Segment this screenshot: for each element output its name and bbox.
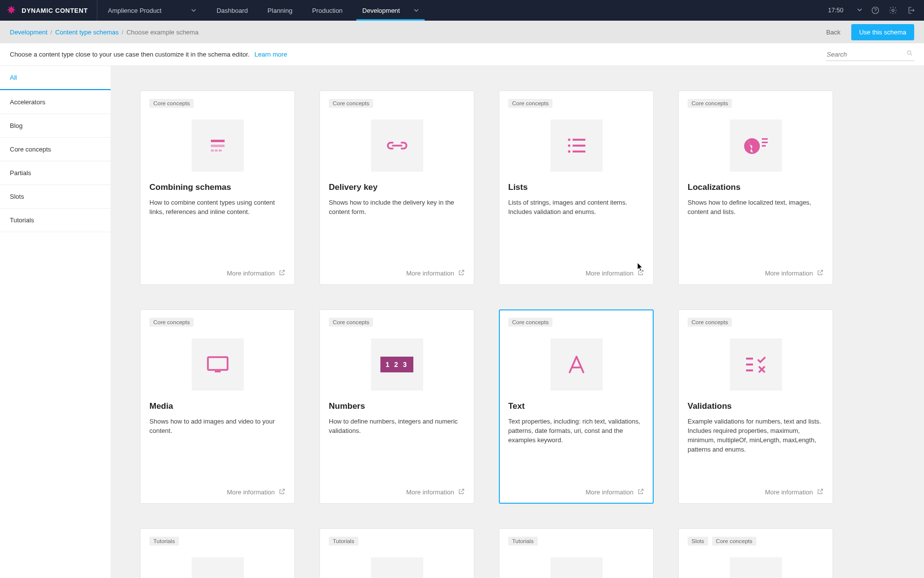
more-info-label: More information	[227, 488, 275, 496]
tag: Core concepts	[329, 99, 373, 108]
hub-name: Amplience Product	[108, 7, 162, 14]
svg-point-17	[568, 139, 570, 141]
screen-icon	[192, 338, 244, 391]
card-description: Shows how to define localized text, imag…	[688, 198, 824, 217]
validate-icon	[730, 338, 782, 391]
hub-select[interactable]: Amplience Product	[97, 7, 207, 14]
tag-row: Core concepts	[149, 318, 286, 327]
schema-card[interactable]: Tutorials	[319, 528, 474, 578]
card-description: How to define numbers, integers and nume…	[329, 417, 465, 436]
svg-rect-27	[208, 357, 228, 370]
tag: Core concepts	[712, 537, 756, 546]
tag: Tutorials	[508, 537, 538, 546]
sidebar-item-slots[interactable]: Slots	[0, 184, 111, 208]
svg-point-11	[907, 51, 911, 54]
more-info-link[interactable]: More information	[688, 488, 824, 496]
svg-rect-30	[746, 364, 753, 365]
content-scroll[interactable]: Core conceptsCombining schemasHow to com…	[111, 66, 924, 578]
more-info-link[interactable]: More information	[149, 488, 286, 496]
text-icon	[550, 338, 603, 391]
search-container	[826, 48, 914, 61]
svg-rect-13	[211, 145, 225, 147]
main: AllAcceleratorsBlogCore conceptsPartials…	[0, 66, 924, 578]
more-info-label: More information	[585, 270, 634, 277]
tag-row: Core concepts	[688, 318, 824, 327]
nav-tabs: DashboardPlanningProductionDevelopment	[207, 0, 429, 21]
logout-icon[interactable]	[906, 6, 915, 15]
more-info-label: More information	[765, 270, 813, 277]
more-info-label: More information	[227, 270, 275, 277]
schema-card[interactable]: Tutorials	[140, 528, 295, 578]
external-link-icon	[458, 488, 465, 496]
nav-tab-development[interactable]: Development	[352, 0, 429, 21]
card-description: Example validations for numbers, text an…	[688, 417, 824, 454]
schema-card[interactable]: SlotsCore concepts	[678, 528, 833, 578]
svg-point-21	[568, 151, 570, 153]
tag: Core concepts	[508, 99, 552, 108]
more-info-link[interactable]: More information	[508, 269, 644, 277]
help-icon[interactable]	[871, 6, 880, 15]
crumb-sep: /	[122, 29, 124, 36]
svg-rect-15	[215, 150, 218, 152]
nav-tab-dashboard[interactable]: Dashboard	[207, 0, 258, 21]
use-schema-button[interactable]: Use this schema	[851, 24, 914, 40]
card-title: Lists	[508, 183, 644, 192]
crumb-schemas[interactable]: Content type schemas	[55, 29, 118, 36]
svg-rect-14	[211, 150, 214, 152]
external-link-icon	[458, 269, 465, 277]
sidebar-item-accelerators[interactable]: Accelerators	[0, 90, 111, 114]
brand-logo-icon	[6, 4, 17, 17]
svg-rect-16	[219, 150, 222, 152]
card-title: Combining schemas	[149, 183, 286, 192]
more-info-link[interactable]: More information	[329, 269, 465, 277]
numbers-icon: 1 2 3	[371, 338, 423, 391]
time-select[interactable]: 17:50	[828, 7, 862, 14]
schema-card[interactable]: Core conceptsCombining schemasHow to com…	[140, 91, 295, 285]
tag-row: Tutorials	[329, 537, 465, 546]
search-input[interactable]	[826, 48, 914, 61]
blank-icon	[550, 557, 603, 578]
learn-more-link[interactable]: Learn more	[255, 51, 287, 58]
tag: Tutorials	[149, 537, 179, 546]
card-description: Shows how to include the delivery key in…	[329, 198, 465, 217]
more-info-link[interactable]: More information	[149, 269, 286, 277]
more-info-link[interactable]: More information	[688, 269, 824, 277]
sidebar-item-all[interactable]: All	[0, 66, 111, 90]
svg-rect-24	[762, 138, 768, 140]
tag: Core concepts	[329, 318, 373, 327]
sidebar-item-blog[interactable]: Blog	[0, 114, 111, 137]
schema-card[interactable]: Core concepts1 2 3NumbersHow to define n…	[319, 309, 474, 504]
card-title: Media	[149, 401, 286, 411]
svg-rect-18	[573, 139, 585, 141]
sidebar-item-core-concepts[interactable]: Core concepts	[0, 137, 111, 161]
schema-card[interactable]: Core conceptsMediaShows how to add image…	[140, 309, 295, 504]
sidebar-item-partials[interactable]: Partials	[0, 161, 111, 184]
schema-card[interactable]: Core conceptsValidationsExample validati…	[678, 309, 833, 504]
info-text: Choose a content type close to your use …	[10, 51, 250, 58]
more-info-label: More information	[765, 488, 813, 496]
schema-card[interactable]: Core conceptsDelivery keyShows how to in…	[319, 91, 474, 285]
svg-rect-25	[762, 142, 768, 143]
schema-card[interactable]: Tutorials	[499, 528, 654, 578]
crumb-development[interactable]: Development	[10, 29, 48, 36]
schema-card[interactable]: Core conceptsLocalizationsShows how to d…	[678, 91, 833, 285]
schema-card[interactable]: Core conceptsListsLists of strings, imag…	[499, 91, 654, 285]
tag: Tutorials	[329, 537, 358, 546]
back-link[interactable]: Back	[826, 29, 840, 36]
blank-icon	[371, 557, 423, 578]
nav-tab-planning[interactable]: Planning	[258, 0, 302, 21]
card-description: Text properties, including: rich text, v…	[508, 417, 644, 445]
more-info-label: More information	[585, 488, 634, 496]
sidebar-item-tutorials[interactable]: Tutorials	[0, 208, 111, 232]
gear-icon[interactable]	[889, 6, 897, 15]
nav-tab-label: Production	[312, 7, 343, 14]
nav-tab-production[interactable]: Production	[302, 0, 352, 21]
sidebar: AllAcceleratorsBlogCore conceptsPartials…	[0, 66, 111, 578]
more-info-link[interactable]: More information	[508, 488, 644, 496]
breadcrumb-bar: Development / Content type schemas / Cho…	[0, 21, 924, 43]
more-info-link[interactable]: More information	[329, 488, 465, 496]
svg-rect-12	[211, 140, 225, 142]
schema-card[interactable]: Core conceptsTextText properties, includ…	[499, 309, 654, 504]
svg-rect-28	[215, 371, 221, 372]
tag: Core concepts	[688, 99, 732, 108]
